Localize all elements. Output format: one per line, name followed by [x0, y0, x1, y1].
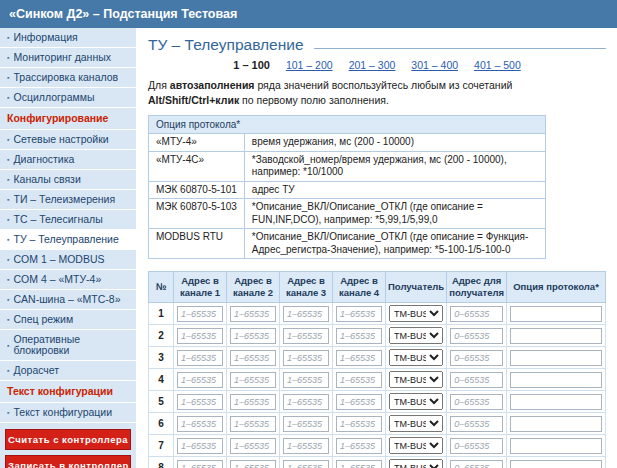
table-row: 5ТМ-BUS	[149, 391, 606, 413]
row-number: 5	[149, 391, 174, 413]
channel-2-address-input[interactable]	[230, 460, 276, 468]
sidebar-item-label: Каналы связи	[13, 174, 80, 185]
pagination-link[interactable]: 101 – 200	[286, 59, 333, 71]
channel-1-address-input[interactable]	[177, 306, 223, 322]
recipient-select[interactable]: ТМ-BUS	[389, 349, 443, 366]
channel-3-address-input[interactable]	[283, 328, 329, 344]
channel-4-address-input[interactable]	[336, 416, 382, 432]
sidebar-item[interactable]: ▪ТИ – Телеизмерения	[0, 190, 136, 210]
channel-3-address-input[interactable]	[283, 350, 329, 366]
sidebar-item-label: Текст конфигурации	[7, 386, 113, 397]
row-number: 8	[149, 457, 174, 468]
recipient-select[interactable]: ТМ-BUS	[389, 305, 443, 322]
sidebar-item[interactable]: ▪Спец режим	[0, 310, 136, 330]
channel-2-address-input[interactable]	[230, 306, 276, 322]
recipient-address-input[interactable]	[450, 306, 503, 322]
recipient-address-input[interactable]	[450, 460, 503, 468]
channel-1-address-input[interactable]	[177, 372, 223, 388]
bullet-icon: ▪	[7, 156, 9, 163]
channel-1-address-input[interactable]	[177, 460, 223, 468]
recipient-select[interactable]: ТМ-BUS	[389, 327, 443, 344]
protocol-option-input[interactable]	[510, 438, 602, 454]
sidebar-item[interactable]: ▪ТС – Телесигналы	[0, 210, 136, 230]
sidebar-item[interactable]: ▪Текст конфигурации	[0, 403, 136, 423]
channel-3-address-input[interactable]	[283, 438, 329, 454]
pagination-link[interactable]: 201 – 300	[349, 59, 396, 71]
recipient-select[interactable]: ТМ-BUS	[389, 393, 443, 410]
protocol-option-input[interactable]	[510, 394, 602, 410]
channel-2-address-input[interactable]	[230, 372, 276, 388]
sidebar-item[interactable]: ▪Сетевые настройки	[0, 130, 136, 150]
sidebar-item[interactable]: ▪Оперативные блокировки	[0, 330, 136, 361]
sidebar-item[interactable]: ▪ТУ – Телеуправление	[0, 230, 136, 250]
autofill-hint: Для автозаполнения ряда значений восполь…	[148, 78, 588, 107]
main-layout: ▪Информация▪Мониторинг данных▪Трассировк…	[0, 28, 617, 468]
sidebar-item[interactable]: ▪Дорасчет	[0, 361, 136, 381]
protocol-option-input[interactable]	[510, 460, 602, 468]
channel-1-address-input[interactable]	[177, 328, 223, 344]
recipient-address-input[interactable]	[450, 372, 503, 388]
recipient-select[interactable]: ТМ-BUS	[389, 459, 443, 468]
channel-1-address-input[interactable]	[177, 438, 223, 454]
sidebar-item[interactable]: ▪Каналы связи	[0, 170, 136, 190]
channel-3-address-input[interactable]	[283, 306, 329, 322]
write-to-controller-button[interactable]: Записать в контроллер	[5, 455, 131, 468]
pagination-link[interactable]: 301 – 400	[411, 59, 458, 71]
bullet-icon: ▪	[7, 276, 9, 283]
pagination-link[interactable]: 401 – 500	[474, 59, 521, 71]
protocol-name: «МТУ-4»	[149, 134, 245, 152]
protocol-option-input[interactable]	[510, 372, 602, 388]
sidebar-item[interactable]: ▪Трассировка каналов	[0, 68, 136, 88]
sidebar-item[interactable]: ▪CAN-шина – «МТС-8»	[0, 290, 136, 310]
column-header: Адрес для получателя	[447, 272, 507, 303]
channel-3-address-input[interactable]	[283, 394, 329, 410]
protocol-option-input[interactable]	[510, 416, 602, 432]
recipient-select[interactable]: ТМ-BUS	[389, 371, 443, 388]
channel-4-address-input[interactable]	[336, 372, 382, 388]
channel-3-address-input[interactable]	[283, 416, 329, 432]
sidebar-item[interactable]: ▪COM 1 – MODBUS	[0, 250, 136, 270]
channel-4-address-input[interactable]	[336, 394, 382, 410]
sidebar-item[interactable]: ▪Осциллограммы	[0, 88, 136, 108]
sidebar-item[interactable]: ▪Диагностика	[0, 150, 136, 170]
channel-4-address-input[interactable]	[336, 438, 382, 454]
channel-2-address-input[interactable]	[230, 438, 276, 454]
pagination-current: 1 – 100	[233, 59, 270, 71]
protocol-description: *Описание_ВКЛ/Описание_ОТКЛ (где описани…	[244, 229, 545, 259]
bullet-icon: ▪	[7, 367, 9, 374]
sidebar-item-label: Осциллограммы	[13, 92, 94, 103]
channel-4-address-input[interactable]	[336, 460, 382, 468]
row-number: 6	[149, 413, 174, 435]
sidebar-item-label: Трассировка каналов	[13, 72, 118, 83]
recipient-address-input[interactable]	[450, 350, 503, 366]
channel-3-address-input[interactable]	[283, 372, 329, 388]
recipient-select[interactable]: ТМ-BUS	[389, 437, 443, 454]
protocol-option-input[interactable]	[510, 328, 602, 344]
channel-2-address-input[interactable]	[230, 328, 276, 344]
hint-text: ряда значений воспользуйтесь любым из со…	[254, 79, 512, 91]
read-from-controller-button[interactable]: Считать с контроллера	[5, 429, 131, 450]
channel-1-address-input[interactable]	[177, 394, 223, 410]
channel-3-address-input[interactable]	[283, 460, 329, 468]
sidebar-item[interactable]: ▪Мониторинг данных	[0, 48, 136, 68]
channel-1-address-input[interactable]	[177, 416, 223, 432]
recipient-address-input[interactable]	[450, 438, 503, 454]
recipient-address-input[interactable]	[450, 328, 503, 344]
recipient-select[interactable]: ТМ-BUS	[389, 415, 443, 432]
channel-2-address-input[interactable]	[230, 394, 276, 410]
hint-text: Для	[148, 79, 170, 91]
channel-2-address-input[interactable]	[230, 350, 276, 366]
channel-2-address-input[interactable]	[230, 416, 276, 432]
protocol-option-input[interactable]	[510, 306, 602, 322]
recipient-address-input[interactable]	[450, 416, 503, 432]
protocol-option-input[interactable]	[510, 350, 602, 366]
sidebar-item[interactable]: ▪COM 4 – «МТУ-4»	[0, 270, 136, 290]
recipient-address-input[interactable]	[450, 394, 503, 410]
channel-4-address-input[interactable]	[336, 328, 382, 344]
channel-4-address-input[interactable]	[336, 306, 382, 322]
sidebar-section-header: Текст конфигурации	[0, 381, 136, 403]
hint-bold: автозаполнения	[170, 79, 255, 91]
sidebar-item[interactable]: ▪Информация	[0, 28, 136, 48]
channel-4-address-input[interactable]	[336, 350, 382, 366]
channel-1-address-input[interactable]	[177, 350, 223, 366]
